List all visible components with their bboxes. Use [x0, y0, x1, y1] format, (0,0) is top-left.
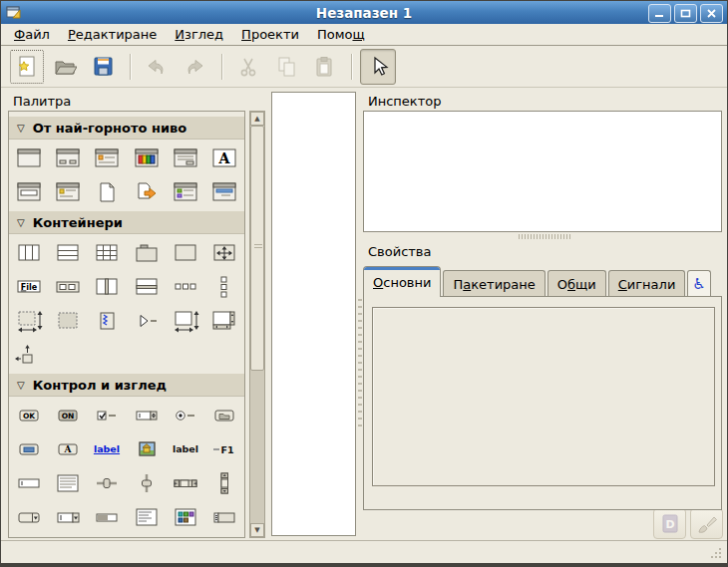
palette-scrollbar[interactable]: ▲ ▼: [249, 111, 265, 538]
menu-item-2[interactable]: Изглед: [166, 26, 232, 44]
design-canvas[interactable]: [271, 92, 356, 536]
open-button[interactable]: [47, 49, 83, 85]
palette-item-fixed[interactable]: [205, 236, 244, 270]
palette-section-header[interactable]: ▽Контрол и изглед: [9, 374, 244, 397]
palette-item-combo-box-entry[interactable]: [48, 500, 87, 534]
palette-item-input-dialog[interactable]: [9, 175, 48, 209]
palette-item-file-save-dialog[interactable]: [127, 175, 166, 209]
palette-item-scrolled-window[interactable]: [166, 304, 204, 338]
palette-item-hscrollbar[interactable]: [166, 466, 204, 500]
palette-item-hpaned[interactable]: [88, 270, 127, 304]
palette-section-header[interactable]: ▽От най-горното ниво: [9, 117, 244, 140]
palette-item-progress-bar[interactable]: [88, 500, 127, 534]
inspector-resize-grip[interactable]: [519, 234, 570, 239]
menu-item-1[interactable]: Редактиране: [59, 26, 166, 44]
cut-button[interactable]: [230, 49, 266, 85]
palette-item-vbuttonbox[interactable]: [205, 270, 244, 304]
minimize-icon[interactable]: [648, 4, 671, 23]
palette-item-font-selection-dialog[interactable]: A: [205, 142, 244, 175]
edit-button[interactable]: [690, 508, 723, 539]
check-button-icon: [92, 404, 122, 427]
palette-item-color-selection-dialog[interactable]: [127, 142, 166, 175]
palette-item-file-chooser-button[interactable]: [205, 399, 244, 432]
palette-item-link-button[interactable]: label: [88, 432, 127, 466]
copy-button[interactable]: [268, 49, 304, 85]
maximize-icon[interactable]: [674, 4, 697, 23]
palette-item-statusbar[interactable]: [48, 534, 87, 538]
undo-icon: [145, 55, 169, 79]
palette-item-hbuttonbox[interactable]: [166, 270, 204, 304]
undo-button[interactable]: [139, 49, 175, 85]
palette-item-vscrollbar[interactable]: [205, 466, 244, 500]
palette-item-dialog[interactable]: [48, 142, 87, 175]
palette-item-combo-box[interactable]: [9, 500, 48, 534]
tab-0[interactable]: Основни: [363, 266, 441, 297]
scroll-up-icon[interactable]: ▲: [250, 112, 264, 126]
palette-item-image[interactable]: [127, 432, 166, 466]
palette-item-color-button[interactable]: [9, 432, 48, 466]
resize-grip-icon[interactable]: [709, 546, 722, 559]
palette-item-menubar[interactable]: File: [88, 534, 127, 538]
palette-item-frame[interactable]: [166, 236, 204, 270]
palette-item-layout[interactable]: [9, 304, 48, 338]
palette-item-text-view[interactable]: [48, 466, 87, 500]
new-button[interactable]: [9, 49, 45, 85]
palette-section-header[interactable]: ▽Контейнери: [9, 211, 244, 234]
palette-item-table[interactable]: [88, 236, 127, 270]
palette-item-vscale[interactable]: [166, 534, 204, 538]
palette-item-message-dialog[interactable]: [88, 142, 127, 175]
palette-item-drawing-area[interactable]: [48, 304, 87, 338]
palette-item-entry[interactable]: [9, 466, 48, 500]
palette-item-hbox[interactable]: [9, 236, 48, 270]
palette-item-cell-view[interactable]: [205, 500, 244, 534]
palette-item-toggle-button[interactable]: ON: [48, 399, 87, 432]
palette-item-tree-view[interactable]: [127, 500, 166, 534]
tab-2[interactable]: Общи: [547, 270, 606, 297]
palette-item-vbox[interactable]: [48, 236, 87, 270]
tab-accessibility[interactable]: ♿: [687, 270, 710, 297]
palette-item-font-button[interactable]: A: [48, 432, 87, 466]
palette-item-viewport[interactable]: [205, 304, 244, 338]
save-button[interactable]: [85, 49, 121, 85]
titlebar[interactable]: Незапазен 1: [1, 1, 727, 24]
menu-item-3[interactable]: Проекти: [232, 26, 308, 44]
palette-item-check-button[interactable]: [88, 399, 127, 432]
palette-item-notebook[interactable]: [127, 236, 166, 270]
palette-item-hscale[interactable]: [88, 466, 127, 500]
paste-button[interactable]: [306, 49, 342, 85]
palette-item-alignment[interactable]: [9, 338, 48, 372]
palette-item-label[interactable]: label: [166, 432, 204, 466]
palette-item-menubar[interactable]: File: [9, 270, 48, 304]
scroll-down-icon[interactable]: ▼: [250, 523, 264, 537]
toolbar-separator: [221, 54, 223, 80]
menu-item-0[interactable]: Файл: [5, 26, 59, 44]
selector-button[interactable]: [360, 49, 396, 85]
vscale-icon: [132, 471, 162, 495]
palette-item-spin-button[interactable]: [127, 399, 166, 432]
palette-title: Палитра: [13, 94, 71, 109]
devhelp-button[interactable]: D: [653, 508, 686, 539]
palette-item-window[interactable]: [9, 142, 48, 175]
palette-item-file-chooser-dialog[interactable]: [166, 142, 204, 175]
palette-item-expander[interactable]: [127, 304, 166, 338]
palette-item-radio-button[interactable]: [166, 399, 204, 432]
scrollbar-thumb[interactable]: [250, 126, 264, 371]
menu-item-4[interactable]: Помощ: [308, 26, 374, 44]
tab-1[interactable]: Пакетиране: [443, 270, 545, 297]
redo-button[interactable]: [177, 49, 212, 85]
tab-3[interactable]: Сигнали: [608, 270, 686, 297]
palette-item-recent-chooser-dialog[interactable]: [166, 175, 204, 209]
palette-item-about-dialog[interactable]: [48, 175, 87, 209]
palette-item-vpaned[interactable]: [127, 270, 166, 304]
inspector-tree[interactable]: [363, 111, 722, 232]
palette-item-handle-box[interactable]: [88, 304, 127, 338]
palette-item-button[interactable]: OK: [9, 399, 48, 432]
palette-item-toolbar[interactable]: [48, 270, 87, 304]
palette-item-file-chooser-widget[interactable]: [88, 175, 127, 209]
close-icon[interactable]: [700, 4, 723, 23]
palette-item-assistant[interactable]: [205, 175, 244, 209]
paned-handle[interactable]: [358, 299, 362, 428]
palette-item-accel-label[interactable]: F1: [205, 432, 244, 466]
palette-item-vscale[interactable]: [127, 466, 166, 500]
palette-item-icon-view[interactable]: [166, 500, 204, 534]
